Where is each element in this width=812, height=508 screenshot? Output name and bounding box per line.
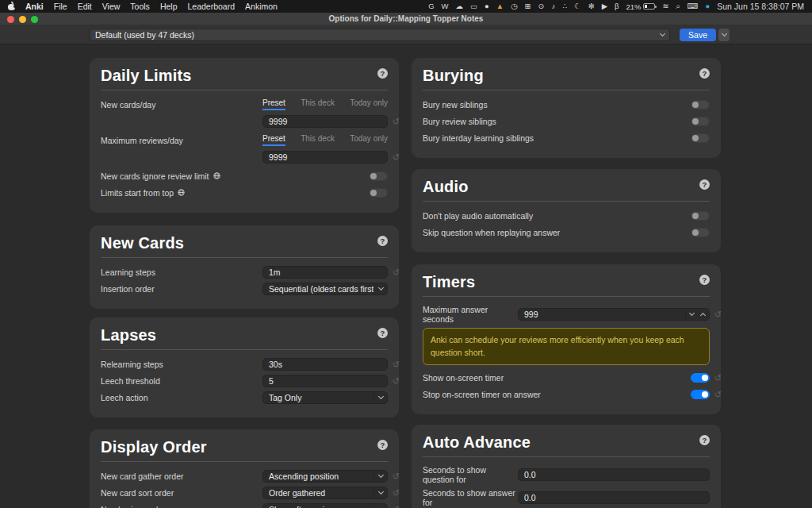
limit-scope-tabs: PresetThis deckToday only	[262, 98, 388, 110]
setting-label: Bury interday learning siblings	[423, 133, 691, 143]
setting-row: New card sort orderOrder gathered↺	[101, 487, 388, 499]
select-value: Show after reviews	[263, 505, 373, 508]
reset-icon[interactable]: ↺	[393, 360, 400, 369]
help-icon[interactable]: ?	[699, 179, 710, 190]
global-option-icon	[178, 188, 185, 198]
select-dropdown[interactable]: Order gathered	[262, 487, 388, 499]
update-circle-icon[interactable]: ⊙	[538, 2, 544, 10]
reset-icon[interactable]: ↺	[393, 153, 400, 162]
bluetooth-icon[interactable]: β	[615, 2, 619, 10]
text-input[interactable]: 30s	[262, 358, 388, 371]
help-icon[interactable]: ?	[377, 440, 388, 450]
reset-icon[interactable]: ↺	[393, 472, 400, 481]
help-icon[interactable]: ?	[699, 435, 710, 445]
setting-label: Insertion order	[101, 284, 262, 294]
toggle-bury-interday-learning-siblings[interactable]	[691, 133, 710, 143]
reset-icon[interactable]: ↺	[393, 489, 400, 498]
spinbox-decrement-button[interactable]	[685, 309, 697, 320]
tab-preset[interactable]: Preset	[262, 98, 285, 110]
reset-icon[interactable]: ↺	[393, 117, 400, 126]
preset-select[interactable]: Default (used by 47 decks)	[90, 29, 670, 41]
save-dropdown-button[interactable]	[718, 29, 730, 41]
toggle-skip-question-when-replaying-answer[interactable]	[691, 228, 710, 237]
zoom-window-button[interactable]	[31, 16, 38, 23]
reset-icon[interactable]: ↺	[393, 377, 400, 386]
menu-item-anki[interactable]: Anki	[25, 2, 44, 11]
fan-icon[interactable]: ✻	[588, 2, 595, 10]
grammarly-icon[interactable]: G	[428, 2, 434, 10]
reset-icon[interactable]: ↺	[393, 268, 400, 277]
apple-menu-icon[interactable]	[8, 2, 15, 10]
setting-label-text: Don't play audio automatically	[423, 211, 533, 221]
moon-icon[interactable]: ☾	[574, 2, 581, 10]
select-dropdown[interactable]: Ascending position	[262, 470, 388, 483]
teams-dot-icon[interactable]: ●	[706, 2, 710, 10]
keyboard-icon[interactable]: ⌨	[688, 2, 699, 10]
reset-icon[interactable]: ↺	[714, 373, 722, 382]
help-icon[interactable]: ?	[377, 68, 388, 79]
menu-item-edit[interactable]: Edit	[78, 2, 92, 11]
card-divider	[101, 257, 388, 258]
toggle-limits-start-from-top[interactable]	[369, 188, 388, 198]
ink-dot-icon[interactable]: ●	[485, 2, 489, 10]
select-dropdown[interactable]: Tag Only	[262, 391, 388, 404]
toggle-new-cards-ignore-review-limit[interactable]	[369, 171, 388, 181]
number-input[interactable]: 9999	[262, 151, 388, 164]
toggle-stop-on-screen-timer-on-answer[interactable]	[691, 390, 710, 399]
cloud-icon[interactable]: ☁	[456, 2, 464, 10]
text-input[interactable]: 0.0	[518, 491, 710, 504]
play-circle-icon[interactable]: ▶	[602, 2, 607, 10]
menu-item-ankimon[interactable]: Ankimon	[245, 2, 278, 11]
menu-item-view[interactable]: View	[102, 2, 121, 11]
menu-item-leaderboard[interactable]: Leaderboard	[187, 2, 235, 11]
toggle-bury-new-siblings[interactable]	[691, 100, 710, 110]
menu-bar-clock[interactable]: Sun Jun 15 8:38:07 PM	[717, 2, 804, 11]
card-title-new-cards: New Cards	[101, 233, 184, 253]
reset-icon[interactable]: ↺	[714, 310, 722, 319]
tab-this-deck[interactable]: This deck	[301, 98, 335, 110]
setting-label-text: Seconds to show question for	[423, 465, 518, 484]
minimize-window-button[interactable]	[19, 16, 26, 23]
menu-item-tools[interactable]: Tools	[130, 2, 150, 11]
help-icon[interactable]: ?	[699, 68, 710, 79]
toggle-bury-review-siblings[interactable]	[691, 117, 710, 126]
preset-toolbar: Default (used by 47 decks) Save	[0, 25, 812, 44]
reset-icon[interactable]: ↺	[393, 506, 400, 508]
chevron-down-icon	[377, 394, 383, 399]
tab-preset[interactable]: Preset	[262, 134, 285, 146]
windows-copy-icon[interactable]: ⊞	[524, 2, 530, 10]
tab-today-only[interactable]: Today only	[350, 98, 388, 110]
toggle-show-on-screen-timer[interactable]	[691, 373, 710, 383]
clock-app-icon[interactable]: ◷	[511, 2, 517, 10]
battery-indicator[interactable]: 21%	[626, 2, 655, 11]
number-input[interactable]: 9999	[262, 115, 388, 128]
close-window-button[interactable]	[7, 16, 14, 23]
volume-icon[interactable]: ♪	[551, 2, 555, 10]
help-icon[interactable]: ?	[377, 236, 388, 246]
wacom-icon[interactable]: W	[442, 2, 449, 10]
spinbox-input[interactable]: 999	[518, 308, 710, 321]
menu-item-file[interactable]: File	[54, 2, 67, 11]
setting-row: Relearning steps30s↺	[101, 358, 388, 371]
help-icon[interactable]: ?	[377, 328, 388, 338]
text-input[interactable]: 0.0	[518, 468, 710, 481]
alfred-icon[interactable]: ▲	[496, 2, 504, 10]
help-icon[interactable]: ?	[699, 275, 710, 285]
setting-label-text: New/review order	[101, 505, 166, 508]
search-icon[interactable]: ⌕	[676, 2, 680, 10]
input-value: 30s	[269, 360, 381, 369]
save-button[interactable]: Save	[680, 29, 716, 41]
toggle-don-t-play-audio-automatically[interactable]	[691, 211, 710, 221]
reset-icon[interactable]: ↺	[714, 390, 722, 398]
select-dropdown[interactable]: Show after reviews	[262, 503, 388, 508]
text-input[interactable]: 5	[262, 375, 388, 387]
menu-item-help[interactable]: Help	[160, 2, 178, 11]
spinbox-increment-button[interactable]	[697, 309, 709, 320]
text-input[interactable]: 1m	[262, 266, 388, 279]
dots-icon[interactable]: ∴	[562, 2, 567, 10]
tab-this-deck[interactable]: This deck	[301, 134, 335, 146]
tab-today-only[interactable]: Today only	[350, 134, 388, 146]
select-dropdown[interactable]: Sequential (oldest cards first)	[262, 283, 388, 295]
display-icon[interactable]: ▭	[470, 2, 477, 10]
wifi-icon[interactable]: ≋	[662, 2, 668, 10]
